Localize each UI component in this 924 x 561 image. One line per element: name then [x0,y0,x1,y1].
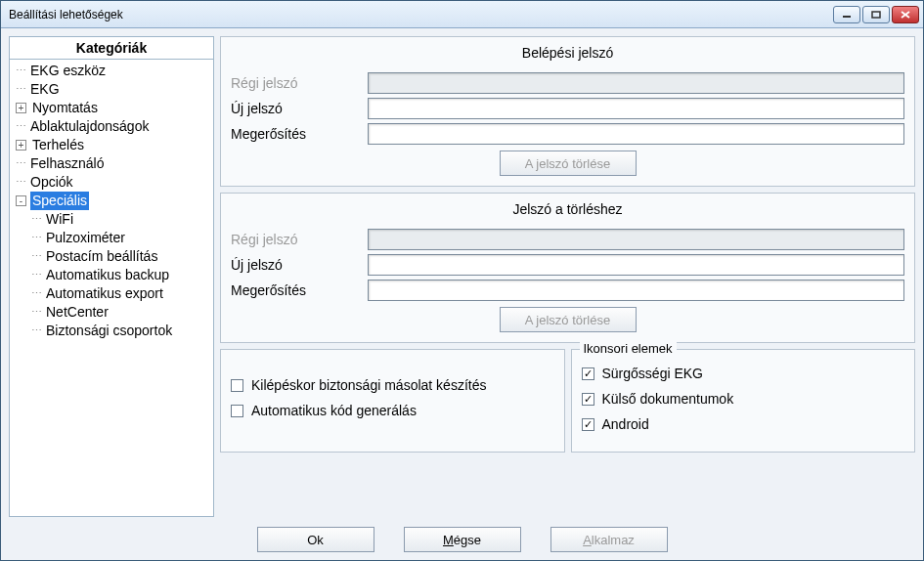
android-label: Android [602,416,649,432]
tree-node-label: Postacím beállítás [44,247,159,266]
old-delete-password-label: Régi jelszó [231,232,368,247]
tree-connector-icon: ⋯ [16,80,26,99]
checkbox-icon: ✓ [582,393,594,406]
collapse-icon[interactable]: - [16,195,26,206]
clear-delete-password-button[interactable]: A jelszó törlése [500,307,637,332]
tree-connector-icon: ⋯ [31,229,42,247]
backup-on-exit-checkbox[interactable]: Kilépéskor biztonsági másolat készítés [231,377,554,393]
tree-node[interactable]: ⋯Automatikus backup [12,266,211,284]
ok-button[interactable]: Ok [257,527,374,552]
checkbox-icon [231,379,243,392]
tree-node-label: NetCenter [44,303,110,322]
expand-icon[interactable]: + [16,140,26,151]
auto-code-gen-label: Automatikus kód generálás [251,403,417,418]
old-password-label: Régi jelszó [231,75,368,91]
tree-node-label: Biztonsági csoportok [44,322,174,340]
iconbar-legend: Ikonsori elemek [580,341,677,356]
tree-connector-icon: ⋯ [31,322,42,340]
dialog-buttons: Ok Mégse Alkalmaz [9,523,915,554]
tree-node[interactable]: ⋯Biztonsági csoportok [12,322,211,340]
tree-node[interactable]: -Speciális [12,192,211,210]
maximize-button[interactable] [862,6,890,23]
tree-node[interactable]: ⋯Automatikus export [12,284,211,303]
tree-node-label: Speciális [30,192,89,210]
confirm-password-label: Megerősítés [231,126,368,142]
confirm-delete-password-input[interactable] [368,280,904,301]
tree-node-label: Terhelés [30,136,86,154]
tree-node[interactable]: +Nyomtatás [12,99,211,117]
close-button[interactable] [892,6,919,23]
auto-code-gen-checkbox[interactable]: Automatikus kód generálás [231,403,554,418]
tree-node-label: Nyomtatás [30,99,100,117]
tree-connector-icon: ⋯ [31,247,42,266]
new-password-label: Új jelszó [231,101,368,116]
tree-node-label: Ablaktulajdonságok [28,117,151,136]
cancel-button[interactable]: Mégse [404,527,521,552]
tree-node[interactable]: ⋯Felhasználó [12,154,211,173]
emergency-ekg-checkbox[interactable]: ✓ Sürgősségi EKG [582,366,905,381]
external-docs-label: Külső dokumentumok [602,391,734,407]
tree-connector-icon: ⋯ [31,284,42,303]
tree-node-label: Pulzoximéter [44,229,127,247]
tree-node-label: EKG [28,80,62,99]
tree-node[interactable]: ⋯Postacím beállítás [12,247,211,266]
category-tree-panel: Kategóriák ⋯EKG eszköz⋯EKG+Nyomtatás⋯Abl… [9,36,214,517]
old-password-input [368,72,904,94]
login-password-group: Belépési jelszó Régi jelszó Új jelszó Me… [220,36,915,187]
tree-connector-icon: ⋯ [16,173,26,192]
login-password-title: Belépési jelszó [231,41,904,68]
misc-options-group: Kilépéskor biztonsági másolat készítés A… [220,349,565,453]
tree-node-label: EKG eszköz [28,62,108,80]
apply-button[interactable]: Alkalmaz [550,527,668,552]
tree-connector-icon: ⋯ [31,303,42,322]
tree-node-label: Automatikus backup [44,266,171,284]
tree-node[interactable]: ⋯Ablaktulajdonságok [12,117,211,136]
expand-icon[interactable]: + [16,103,26,113]
tree-node[interactable]: ⋯Opciók [12,173,211,192]
minimize-button[interactable] [833,6,860,23]
checkbox-icon: ✓ [582,367,594,380]
tree-node[interactable]: ⋯EKG [12,80,211,99]
android-checkbox[interactable]: ✓ Android [582,416,905,432]
delete-password-title: Jelszó a törléshez [231,197,904,225]
tree-node[interactable]: ⋯WiFi [12,210,211,229]
tree-connector-icon: ⋯ [16,117,26,136]
tree-connector-icon: ⋯ [31,210,42,229]
tree-node-label: Felhasználó [28,154,107,173]
window-title: Beállítási lehetőségek [9,8,833,22]
tree-node-label: Opciók [28,173,75,192]
external-docs-checkbox[interactable]: ✓ Külső dokumentumok [582,391,905,407]
tree-node[interactable]: ⋯NetCenter [12,303,211,322]
checkbox-icon [231,405,243,417]
tree-connector-icon: ⋯ [31,266,42,284]
tree-node[interactable]: ⋯EKG eszköz [12,62,211,80]
new-password-input[interactable] [368,98,904,119]
iconbar-fieldset: Ikonsori elemek ✓ Sürgősségi EKG ✓ Külső… [571,349,916,453]
titlebar: Beállítási lehetőségek [1,1,923,28]
category-tree[interactable]: ⋯EKG eszköz⋯EKG+Nyomtatás⋯Ablaktulajdons… [10,60,213,516]
tree-header: Kategóriák [10,37,213,60]
tree-node[interactable]: +Terhelés [12,136,211,154]
tree-node-label: WiFi [44,210,75,229]
clear-login-password-button[interactable]: A jelszó törlése [500,151,637,176]
emergency-ekg-label: Sürgősségi EKG [602,366,704,381]
confirm-password-input[interactable] [368,123,904,145]
tree-connector-icon: ⋯ [16,62,26,80]
delete-password-group: Jelszó a törléshez Régi jelszó Új jelszó… [220,193,915,343]
tree-node[interactable]: ⋯Pulzoximéter [12,229,211,247]
tree-node-label: Automatikus export [44,284,165,303]
confirm-delete-password-label: Megerősítés [231,282,368,298]
backup-on-exit-label: Kilépéskor biztonsági másolat készítés [251,377,486,393]
tree-connector-icon: ⋯ [16,154,26,173]
new-delete-password-input[interactable] [368,254,904,276]
old-delete-password-input [368,229,904,250]
checkbox-icon: ✓ [582,418,594,431]
new-delete-password-label: Új jelszó [231,257,368,273]
svg-rect-1 [872,12,880,18]
